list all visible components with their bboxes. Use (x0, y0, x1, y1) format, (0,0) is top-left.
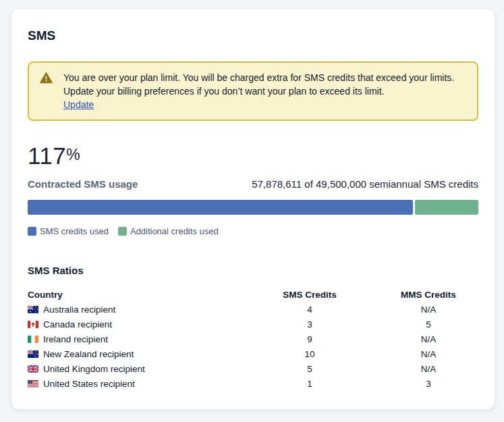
table-row: United Kingdom recipient 5 N/A (28, 361, 478, 376)
country-label: New Zealand recipient (43, 349, 134, 359)
country-label: Australia recipient (43, 305, 115, 315)
table-row: New Zealand recipient 10 N/A (28, 346, 478, 361)
usage-percent-value: 117 (28, 142, 66, 169)
page-title: SMS (28, 28, 478, 44)
mms-credits-value: N/A (379, 305, 478, 315)
mms-credits-value: 3 (379, 379, 478, 389)
table-row: Ireland recipient 9 N/A (28, 332, 478, 346)
sms-credits-value: 9 (241, 334, 379, 344)
legend-label: SMS credits used (40, 226, 109, 236)
update-link[interactable]: Update (63, 98, 94, 111)
sms-ratios-table: Country SMS Credits MMS Credits (28, 287, 478, 391)
mms-credits-value: 5 (379, 319, 478, 329)
usage-progress-bar (28, 200, 478, 215)
flag-united-kingdom-icon (28, 365, 38, 373)
table-row: Australia recipient 4 N/A (28, 302, 478, 317)
mms-credits-value: N/A (379, 334, 478, 344)
ratios-title: SMS Ratios (28, 265, 478, 276)
bar-used (28, 200, 413, 215)
table-row: Canada recipient 3 5 (28, 317, 478, 332)
legend-label: Additional credits used (130, 226, 219, 236)
legend-swatch (118, 227, 127, 236)
usage-percent-metric: 117% (28, 141, 478, 174)
column-header-mms-credits: MMS Credits (379, 290, 478, 300)
flag-ireland-icon (28, 336, 38, 343)
flag-australia-icon (28, 306, 38, 313)
bar-additional (415, 200, 478, 215)
sms-credits-value: 5 (241, 364, 379, 374)
column-header-country: Country (28, 290, 241, 300)
country-label: United Kingdom recipient (43, 364, 145, 374)
sms-credits-value: 1 (241, 379, 379, 389)
legend-item-sms-credits: SMS credits used (28, 226, 109, 236)
legend-item-additional-credits: Additional credits used (118, 226, 219, 236)
mms-credits-value: N/A (379, 364, 478, 374)
flag-canada-icon (28, 321, 38, 328)
legend-swatch (28, 227, 36, 236)
mms-credits-value: N/A (379, 349, 478, 359)
country-label: Ireland recipient (43, 334, 108, 344)
table-header-row: Country SMS Credits MMS Credits (28, 287, 478, 302)
usage-legend: SMS credits used Additional credits used (28, 226, 478, 236)
sms-credits-value: 3 (241, 319, 379, 329)
usage-detail: 57,878,611 of 49,500,000 semiannual SMS … (252, 178, 478, 190)
warning-triangle-icon (40, 72, 53, 87)
sms-usage-card: SMS You are over your plan limit. You wi… (11, 8, 495, 410)
flag-new-zealand-icon (28, 350, 38, 358)
alert-text: You are over your plan limit. You will b… (63, 71, 466, 98)
usage-summary-row: Contracted SMS usage 57,878,611 of 49,50… (28, 178, 478, 190)
country-label: United States recipient (43, 379, 135, 389)
sms-credits-value: 10 (241, 349, 379, 359)
percent-sign-label: % (66, 146, 80, 163)
plan-limit-alert: You are over your plan limit. You will b… (28, 61, 478, 121)
usage-label: Contracted SMS usage (28, 178, 138, 190)
column-header-sms-credits: SMS Credits (241, 290, 379, 300)
sms-credits-value: 4 (241, 305, 379, 315)
table-row: United States recipient 1 3 (28, 376, 478, 391)
flag-united-states-icon (28, 380, 38, 388)
country-label: Canada recipient (43, 319, 112, 329)
